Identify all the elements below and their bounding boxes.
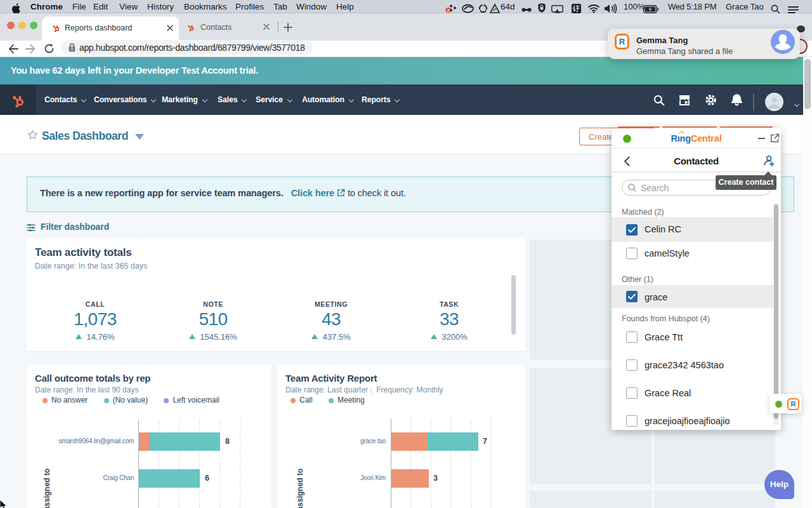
svg-text:2: 2 (447, 8, 450, 13)
